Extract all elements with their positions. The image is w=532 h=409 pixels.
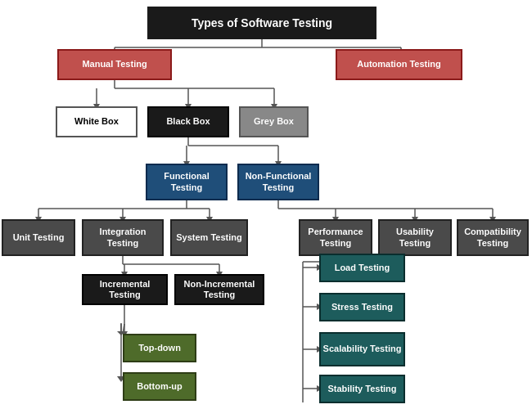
svg-line-41 <box>123 324 124 334</box>
bottomup-box: Bottom-up <box>123 372 196 401</box>
grey-box-box: Grey Box <box>239 106 309 137</box>
topdown-box: Top-down <box>123 334 196 362</box>
manual-testing-box: Manual Testing <box>57 49 172 80</box>
diagram: Types of Software Testing Manual Testing… <box>0 0 532 409</box>
load-testing-box: Load Testing <box>319 254 405 282</box>
unit-testing-box: Unit Testing <box>2 219 75 256</box>
functional-testing-box: Functional Testing <box>146 164 228 200</box>
black-box-box: Black Box <box>147 106 229 137</box>
compatibility-testing-box: Compatibility Testing <box>457 219 529 256</box>
system-testing-box: System Testing <box>170 219 248 256</box>
title-box: Types of Software Testing <box>147 7 376 39</box>
integration-testing-box: Integration Testing <box>82 219 164 256</box>
usability-testing-box: Usability Testing <box>378 219 452 256</box>
stress-testing-box: Stress Testing <box>319 293 405 321</box>
scalability-testing-box: Scalability Testing <box>319 332 405 366</box>
white-box-box: White Box <box>56 106 138 137</box>
incremental-testing-box: Incremental Testing <box>82 274 168 305</box>
nonfunctional-testing-box: Non-Functional Testing <box>237 164 319 200</box>
automation-testing-box: Automation Testing <box>336 49 462 80</box>
performance-testing-box: Performance Testing <box>299 219 372 256</box>
stability-testing-box: Stability Testing <box>319 375 405 403</box>
nonincremental-testing-box: Non-Incremental Testing <box>174 274 264 305</box>
